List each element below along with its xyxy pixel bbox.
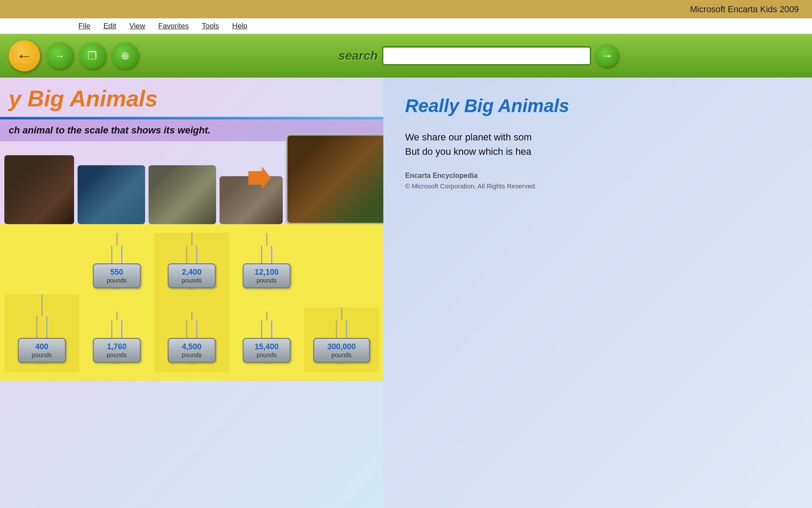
weight-value-400: 400 — [24, 342, 60, 351]
hook-2t: ⌒ — [187, 288, 196, 298]
weight-value-2400: 2,400 — [174, 268, 210, 277]
scale-col-3: 12,100 pounds ⌒ 15,400 — [229, 233, 304, 372]
scale-col-4: 300,000 pounds ⌒ — [304, 307, 379, 372]
search-label: search — [338, 49, 378, 63]
gorilla-image — [4, 155, 74, 224]
weight-value-12100: 12,100 — [249, 268, 284, 277]
weight-value-15400: 15,400 — [249, 342, 284, 351]
main-content: y Big Animals ch animal to the scale tha… — [0, 78, 812, 508]
weight-box-12100[interactable]: 12,100 pounds — [243, 263, 291, 288]
weight-box-300000[interactable]: 300,000 pounds — [313, 338, 370, 363]
search-go-button[interactable]: → — [595, 44, 618, 67]
weight-unit-300000: pounds — [319, 351, 364, 358]
scale-unit-2-top[interactable]: 2,400 pounds ⌒ — [168, 233, 216, 298]
menu-favorites[interactable]: Favorites — [158, 22, 189, 31]
scale-unit-3-top[interactable]: 12,100 pounds ⌒ — [243, 233, 291, 298]
scales-top-row: 400 pounds ⌒ 55 — [4, 233, 379, 372]
weight-box-1760[interactable]: 1,760 pounds — [93, 338, 141, 363]
hook-0: ⌒ — [37, 363, 47, 372]
description-line1: We share our planet with som — [405, 132, 532, 143]
weight-unit-15400: pounds — [249, 351, 284, 358]
elephants-image — [149, 165, 216, 224]
search-input[interactable] — [382, 46, 591, 65]
animal-bison[interactable] — [286, 134, 383, 224]
right-panel: Really Big Animals We share our planet w… — [383, 78, 812, 508]
copy-icon: ❐ — [88, 50, 97, 62]
globe-icon: ⊕ — [121, 50, 129, 62]
right-panel-copyright: © Microsoft Corporation. All Rights Rese… — [405, 182, 790, 190]
weight-value-300000: 300,000 — [319, 342, 364, 351]
weight-unit-550: pounds — [99, 277, 135, 284]
description-line2: But do you know which is hea — [405, 146, 531, 157]
scale-unit-2-bottom[interactable]: 4,500 pounds ⌒ — [168, 312, 216, 372]
weight-unit-400: pounds — [24, 351, 60, 358]
scales-area: 400 pounds ⌒ 55 — [0, 224, 383, 381]
weight-box-15400[interactable]: 15,400 pounds — [243, 338, 291, 363]
globe-button[interactable]: ⊕ — [112, 43, 138, 69]
copy-button[interactable]: ❐ — [79, 43, 105, 69]
right-panel-description: We share our planet with som But do you … — [405, 130, 790, 159]
go-arrow-icon: → — [601, 49, 613, 63]
scale-col-1: 550 pounds ⌒ 1,760 — [79, 233, 154, 372]
toolbar: ← → ❐ ⊕ search → — [0, 34, 812, 78]
weight-unit-12100: pounds — [249, 277, 284, 284]
hook-1b: ⌒ — [112, 363, 122, 372]
hook-3t: ⌒ — [262, 288, 271, 298]
animal-elephants[interactable] — [149, 165, 216, 224]
menu-edit[interactable]: Edit — [103, 22, 116, 31]
left-panel: y Big Animals ch animal to the scale tha… — [0, 78, 383, 508]
weight-box-550[interactable]: 550 pounds — [93, 263, 141, 288]
weight-unit-1760: pounds — [99, 351, 135, 358]
bison-image — [288, 136, 383, 223]
right-panel-source: Encarta Encyclopedia — [405, 172, 790, 180]
hook-3b: ⌒ — [262, 363, 271, 372]
scale-unit-4-top[interactable]: 300,000 pounds ⌒ — [313, 307, 370, 372]
search-area: search → — [153, 44, 803, 67]
app-title: Microsoft Encarta Kids 2009 — [690, 4, 799, 14]
scale-col-2: 2,400 pounds ⌒ 4,500 — [154, 233, 229, 372]
animal-shark[interactable] — [78, 165, 145, 224]
back-arrow-icon: ← — [17, 47, 32, 65]
scale-unit-1-bottom[interactable]: 1,760 pounds ⌒ — [93, 312, 141, 372]
forward-arrow-icon: → — [54, 50, 65, 62]
weight-value-550: 550 — [99, 268, 135, 277]
scale-unit-1-top[interactable]: 550 pounds ⌒ — [93, 233, 141, 298]
shark-image — [78, 165, 145, 224]
title-bar: Microsoft Encarta Kids 2009 — [0, 0, 812, 18]
scale-unit-0-bottom[interactable]: 400 pounds ⌒ — [18, 294, 66, 372]
page-title: y Big Animals — [0, 78, 383, 117]
back-button[interactable]: ← — [9, 40, 40, 72]
menu-bar: File Edit View Favorites Tools Help — [0, 18, 812, 34]
scale-unit-3-bottom[interactable]: 15,400 pounds ⌒ — [243, 312, 291, 372]
hook-1t: ⌒ — [112, 288, 122, 298]
scale-col-0: 400 pounds ⌒ — [4, 294, 79, 372]
forward-button[interactable]: → — [47, 43, 73, 69]
hook-2b: ⌒ — [187, 363, 196, 372]
weight-box-4500[interactable]: 4,500 pounds — [168, 338, 216, 363]
menu-tools[interactable]: Tools — [202, 22, 219, 31]
weight-value-4500: 4,500 — [174, 342, 210, 351]
weight-unit-2400: pounds — [174, 277, 210, 284]
hook-4t: ⌒ — [337, 363, 346, 372]
menu-help[interactable]: Help — [232, 22, 247, 31]
weight-box-400[interactable]: 400 pounds — [18, 338, 66, 363]
weight-unit-4500: pounds — [174, 351, 210, 358]
menu-file[interactable]: File — [78, 22, 90, 31]
weight-box-2400[interactable]: 2,400 pounds — [168, 263, 216, 288]
animal-gorilla[interactable] — [4, 155, 74, 224]
right-panel-title: Really Big Animals — [405, 95, 790, 117]
menu-view[interactable]: View — [129, 22, 145, 31]
weight-value-1760: 1,760 — [99, 342, 135, 351]
animals-carousel — [0, 141, 383, 224]
